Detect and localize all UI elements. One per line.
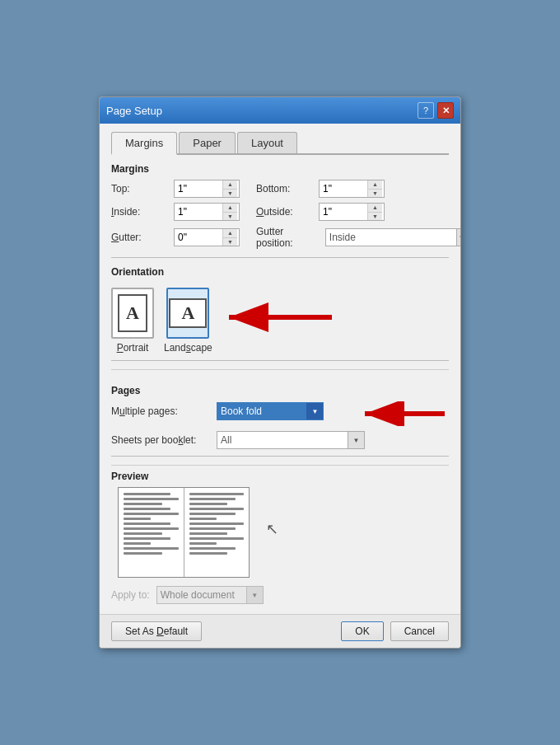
outside-arrows: ▲ ▼ — [367, 204, 382, 220]
preview-right-page — [184, 488, 250, 577]
top-input[interactable] — [175, 180, 222, 197]
outside-field-row: Outside: ▲ ▼ — [256, 203, 461, 221]
preview-line — [189, 493, 245, 495]
multiple-pages-value: Book fold — [217, 405, 306, 417]
preview-line — [189, 542, 217, 545]
landscape-page-icon: A — [169, 298, 207, 328]
orientation-buttons: A Portrait A Landscape — [111, 288, 212, 354]
preview-line — [124, 542, 151, 545]
orientation-label: Orientation — [111, 266, 449, 278]
preview-line — [189, 532, 228, 535]
preview-line — [124, 493, 170, 495]
outside-input[interactable] — [320, 204, 367, 220]
multiple-pages-row: Multiple pages: Book fold ▼ — [111, 402, 358, 420]
gutter-position-field-row: Gutter position: ▼ — [256, 226, 461, 249]
landscape-button[interactable]: A Landscape — [164, 288, 212, 354]
preview-line — [124, 537, 170, 540]
orientation-separator — [111, 257, 449, 258]
multiple-pages-dropdown[interactable]: Book fold ▼ — [217, 402, 324, 420]
bottom-spinner[interactable]: ▲ ▼ — [319, 180, 385, 198]
pages-section: Pages Multiple pages: Book fold ▼ — [111, 369, 449, 449]
page-setup-dialog: Page Setup ? ✕ Margins Paper Layout Marg… — [99, 96, 461, 649]
red-arrow-1 — [221, 293, 336, 342]
gutter-spinner[interactable]: ▲ ▼ — [174, 228, 240, 246]
gutter-down-arrow[interactable]: ▼ — [223, 238, 237, 246]
close-button[interactable]: ✕ — [437, 102, 454, 119]
preview-line — [124, 552, 162, 555]
bottom-label: Bottom: — [256, 183, 314, 194]
top-spinner[interactable]: ▲ ▼ — [174, 180, 240, 198]
orientation-section: Orientation A Portrait — [111, 266, 449, 354]
title-bar: Page Setup ? ✕ — [100, 97, 460, 124]
gutter-position-label: Gutter position: — [256, 226, 320, 249]
preview-line — [189, 513, 236, 515]
portrait-page-icon: A — [118, 294, 147, 332]
preview-line — [124, 508, 170, 510]
title-bar-buttons: ? ✕ — [418, 102, 454, 119]
portrait-button[interactable]: A Portrait — [111, 288, 154, 354]
top-down-arrow[interactable]: ▼ — [223, 190, 237, 198]
sheets-booklet-dropdown[interactable]: ▼ — [217, 431, 365, 449]
gutter-input[interactable] — [175, 229, 222, 246]
tab-margins[interactable]: Margins — [111, 132, 177, 155]
outside-down-arrow[interactable]: ▼ — [368, 213, 382, 221]
bottom-down-arrow[interactable]: ▼ — [368, 190, 382, 198]
gutter-position-dropdown[interactable]: ▼ — [325, 228, 461, 246]
inside-down-arrow[interactable]: ▼ — [223, 213, 237, 221]
multiple-pages-dropdown-arrow[interactable]: ▼ — [306, 403, 323, 419]
inside-field-row: Inside: ▲ ▼ — [111, 203, 240, 221]
tabs-bar: Margins Paper Layout — [111, 132, 449, 155]
preview-line — [189, 537, 245, 540]
help-button[interactable]: ? — [418, 102, 434, 119]
top-field-row: Top: ▲ ▼ — [111, 180, 240, 198]
preview-line — [124, 498, 179, 500]
apply-to-row: Apply to: Whole document ▼ — [111, 586, 449, 604]
dialog-content: Margins Paper Layout Margins Top: ▲ ▼ — [100, 124, 460, 614]
set-as-default-button[interactable]: Set As Default — [111, 621, 202, 641]
top-up-arrow[interactable]: ▲ — [223, 180, 237, 190]
preview-line — [189, 527, 236, 530]
bottom-up-arrow[interactable]: ▲ — [368, 180, 382, 190]
preview-label: Preview — [111, 471, 449, 482]
tab-layout[interactable]: Layout — [237, 132, 297, 153]
preview-separator — [111, 456, 449, 457]
gutter-field-row: Gutter: ▲ ▼ — [111, 226, 240, 249]
preview-line — [189, 498, 236, 500]
preview-line — [189, 518, 217, 520]
gutter-up-arrow[interactable]: ▲ — [223, 229, 237, 238]
multiple-pages-label: Multiple pages: — [111, 405, 210, 417]
preview-line — [189, 547, 236, 550]
outside-up-arrow[interactable]: ▲ — [368, 204, 382, 213]
top-arrows: ▲ ▼ — [222, 180, 237, 197]
preview-line — [124, 518, 151, 520]
gutter-position-input[interactable] — [326, 232, 456, 243]
bottom-input[interactable] — [320, 180, 367, 197]
ok-button[interactable]: OK — [341, 621, 383, 641]
apply-to-label: Apply to: — [111, 589, 150, 601]
bottom-field-row: Bottom: ▲ ▼ — [256, 180, 461, 198]
landscape-icon: A — [166, 288, 209, 339]
top-label: Top: — [111, 183, 169, 194]
inside-up-arrow[interactable]: ▲ — [223, 204, 237, 213]
preview-line — [124, 527, 179, 530]
apply-to-dropdown[interactable]: Whole document ▼ — [156, 586, 264, 604]
inside-arrows: ▲ ▼ — [222, 204, 237, 220]
inside-spinner[interactable]: ▲ ▼ — [174, 203, 240, 221]
apply-to-dropdown-arrow[interactable]: ▼ — [246, 587, 263, 603]
preview-line — [124, 522, 170, 525]
preview-section: Preview — [111, 465, 449, 578]
portrait-icon: A — [111, 288, 154, 339]
main-area: Margins Top: ▲ ▼ — [111, 163, 449, 604]
dialog-title: Page Setup — [106, 105, 162, 117]
sheets-booklet-dropdown-arrow[interactable]: ▼ — [348, 432, 364, 448]
cancel-button[interactable]: Cancel — [390, 621, 449, 641]
tab-paper[interactable]: Paper — [179, 132, 236, 153]
gutter-label: Gutter: — [111, 232, 169, 243]
pages-label: Pages — [111, 385, 449, 396]
preview-line — [124, 513, 179, 515]
inside-input[interactable] — [175, 204, 222, 220]
bottom-bar: Set As Default OK Cancel — [100, 614, 460, 648]
sheets-booklet-input[interactable] — [217, 434, 348, 446]
gutter-position-dropdown-arrow[interactable]: ▼ — [456, 229, 461, 246]
outside-spinner[interactable]: ▲ ▼ — [319, 203, 385, 221]
